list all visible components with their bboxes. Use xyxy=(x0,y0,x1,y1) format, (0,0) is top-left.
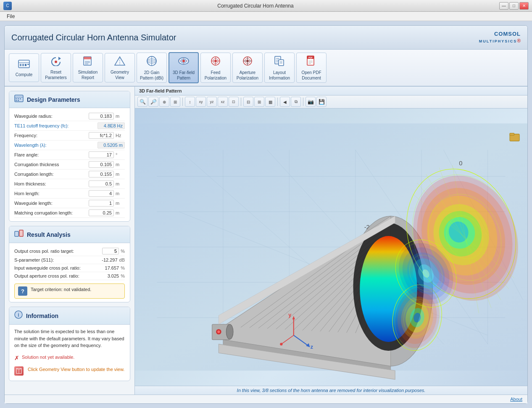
param-label-frequency: Frequency: xyxy=(14,133,89,138)
open-pdf-label: Open PDFDocument xyxy=(301,70,321,81)
compute-icon xyxy=(18,59,30,70)
svg-rect-55 xyxy=(18,100,19,101)
param-label-horn-thickness: Horn thickness: xyxy=(14,181,89,186)
information-card: i Information The solution time is expec… xyxy=(9,307,130,381)
axes-toggle-button[interactable]: ⊞ xyxy=(254,97,264,107)
param-input-waveguide-radius[interactable] xyxy=(89,113,114,119)
feed-polarization-icon xyxy=(210,56,221,68)
param-input-corrugation-length[interactable] xyxy=(89,171,114,178)
svg-rect-151 xyxy=(510,133,514,135)
param-wavelength: Wavelength (λ): 0.5205 m xyxy=(14,140,125,150)
title-icon: C xyxy=(3,2,12,10)
param-value-wavelength: 0.5205 m xyxy=(97,142,125,148)
param-unit-frequency: Hz xyxy=(116,133,125,138)
menubar: File xyxy=(0,12,532,21)
svg-marker-8 xyxy=(58,57,61,60)
menu-file[interactable]: File xyxy=(3,13,18,20)
layout-information-label: LayoutInformation xyxy=(269,70,290,81)
result-input-cross-pol: Input waveguide cross pol. ratio: 17.657… xyxy=(14,264,125,272)
result-unit-s-param: dB xyxy=(119,257,125,262)
view-xy-button[interactable]: xy xyxy=(196,97,206,107)
result-analysis-icon xyxy=(14,230,24,239)
param-input-horn-length[interactable] xyxy=(89,190,114,197)
param-input-horn-thickness[interactable] xyxy=(89,180,114,187)
result-unit-cross-pol-target: % xyxy=(121,249,125,254)
bottom-bar: About xyxy=(5,395,527,403)
zoom-reset-button[interactable]: 🔍 xyxy=(137,97,147,107)
zoom-fit-button[interactable]: ⊞ xyxy=(170,97,180,107)
error-icon: ✗ xyxy=(14,355,19,361)
param-matching-corrugation: Matching corrugation length: m xyxy=(14,208,125,218)
error-text: Solution not yet available. xyxy=(22,354,74,360)
viewport-canvas[interactable]: 0 -2 -4 xyxy=(135,109,527,386)
maximize-button[interactable]: □ xyxy=(509,2,519,10)
result-cross-pol-target: Output cross pol. ratio target: % xyxy=(14,246,125,256)
svg-point-102 xyxy=(226,324,233,339)
feed-polarization-button[interactable]: FeedPolarization xyxy=(200,53,231,83)
about-link[interactable]: About xyxy=(510,397,522,402)
result-unit-output-cross-pol: % xyxy=(121,273,125,278)
simulation-report-button[interactable]: SimulationReport xyxy=(73,53,103,82)
svg-point-9 xyxy=(55,61,57,63)
param-input-flare[interactable] xyxy=(89,151,114,158)
param-input-frequency[interactable] xyxy=(89,132,114,139)
result-value-input-cross-pol: 17.657 xyxy=(105,265,119,270)
geometry-view-button[interactable]: GeometryView xyxy=(105,53,135,82)
viewport-status: In this view, 3/8 sections of the horn a… xyxy=(135,386,527,395)
copy-button[interactable]: ⧉ xyxy=(291,97,301,107)
rotate-button[interactable]: ↕ xyxy=(185,97,195,107)
result-input-cross-pol-target[interactable] xyxy=(102,248,119,254)
compute-label: Compute xyxy=(16,72,33,77)
param-input-matching-corrugation[interactable] xyxy=(89,209,114,216)
2d-gain-label: 2D GainPattern (dBi) xyxy=(140,70,163,81)
prev-frame-button[interactable]: ◀ xyxy=(280,97,290,107)
aperture-polarization-button[interactable]: AperturePolarization xyxy=(232,53,263,83)
param-label-wavelength: Wavelength (λ): xyxy=(14,143,97,148)
svg-rect-56 xyxy=(15,231,18,236)
target-criterion-box: ? Target criterion: not validated. xyxy=(14,283,125,299)
param-label-waveguide-radius: Waveguide radius: xyxy=(14,114,89,119)
geometry-view-label: GeometryView xyxy=(111,69,129,80)
result-label-cross-pol-target: Output cross pol. ratio target: xyxy=(14,249,102,254)
result-value-output-cross-pol: 3.025 xyxy=(108,273,119,278)
geometry-view-icon xyxy=(114,56,126,68)
open-pdf-icon: PDF xyxy=(306,56,317,68)
grid-toggle-button[interactable]: ⊟ xyxy=(243,97,253,107)
param-waveguide-radius: Waveguide radius: m xyxy=(14,111,125,121)
svg-text:PDF: PDF xyxy=(308,56,313,59)
design-params-title: Design Parameters xyxy=(27,96,80,103)
design-params-body: Waveguide radius: m TE11 cutoff frequenc… xyxy=(9,108,130,221)
param-unit-corrugation-length: m xyxy=(116,172,125,177)
window-title: Corrugated Circular Horn Antenna xyxy=(12,3,499,9)
param-flare: Flare angle: ° xyxy=(14,150,125,160)
minimize-button[interactable]: — xyxy=(499,2,508,10)
3d-farfield-button[interactable]: 3D Far-fieldPattern xyxy=(169,52,199,83)
open-pdf-button[interactable]: PDF Open PDFDocument xyxy=(296,53,327,83)
app-title: Corrugated Circular Horn Antenna Simulat… xyxy=(11,33,176,42)
svg-rect-52 xyxy=(18,98,19,99)
2d-gain-button[interactable]: 2D GainPattern (dBi) xyxy=(137,53,167,83)
zoom-box-button[interactable]: ⊕ xyxy=(159,97,169,107)
view-perspective-button[interactable]: ⊡ xyxy=(229,97,239,107)
lighting-button[interactable]: ▦ xyxy=(265,97,275,107)
result-label-output-cross-pol: Output aperture cross pol. ratio: xyxy=(14,273,108,278)
layout-information-button[interactable]: LayoutInformation xyxy=(264,53,295,83)
view-yz-button[interactable]: yz xyxy=(207,97,217,107)
param-unit-waveguide-length: m xyxy=(116,201,125,206)
param-input-waveguide-length[interactable] xyxy=(89,200,114,207)
param-input-corrugation-thickness[interactable] xyxy=(89,161,114,168)
right-panel: 3D Far-field Pattern 🔍 🔎 ⊕ ⊞ ↕ xy yz xz … xyxy=(135,87,527,395)
result-analysis-header: Result Analysis xyxy=(9,226,130,243)
zoom-in-button[interactable]: 🔎 xyxy=(148,97,158,107)
compute-button[interactable]: Compute xyxy=(9,53,39,82)
toolbar-separator-1 xyxy=(182,98,183,106)
view-xz-button[interactable]: xz xyxy=(218,97,228,107)
result-unit-input-cross-pol: % xyxy=(121,265,125,270)
design-params-icon xyxy=(14,95,24,104)
close-button[interactable]: ✕ xyxy=(519,2,529,10)
param-label-flare: Flare angle: xyxy=(14,152,89,157)
reset-params-button[interactable]: ResetParameters xyxy=(41,53,71,82)
screenshot-button[interactable]: 📷 xyxy=(306,97,316,107)
export-button[interactable]: 💾 xyxy=(316,97,327,107)
warning-cube-icon xyxy=(14,366,24,376)
